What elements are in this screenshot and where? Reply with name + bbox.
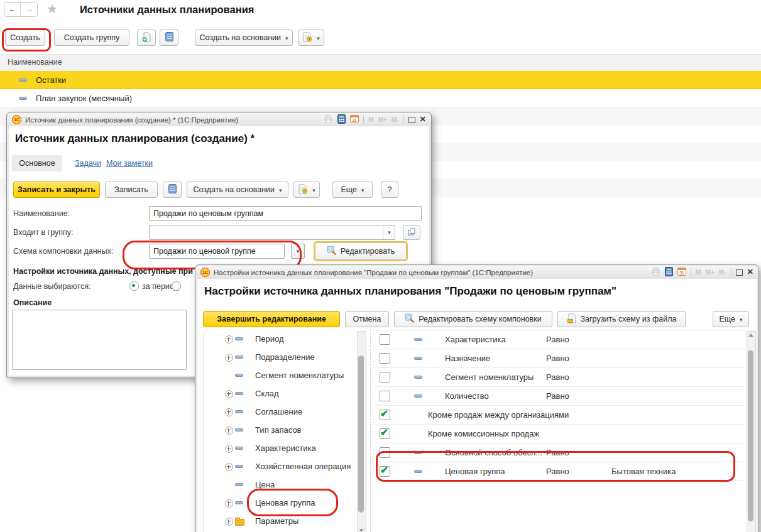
expand-icon[interactable] — [225, 426, 233, 435]
expand-icon[interactable] — [225, 445, 233, 453]
memory-m-minus-button[interactable]: M- — [391, 116, 399, 123]
expand-icon[interactable] — [225, 408, 233, 416]
tree-item[interactable]: Характеристика — [204, 439, 357, 457]
list-header-row[interactable]: Наименование — [0, 54, 761, 70]
close-icon[interactable]: ✕ — [420, 116, 426, 124]
calendar-icon[interactable]: 31 — [350, 114, 359, 125]
app-screen: ← → ★ Источники данных планирования Созд… — [0, 0, 761, 532]
open-in-window-icon — [408, 228, 415, 237]
expand-icon[interactable] — [225, 463, 233, 471]
memory-m-button[interactable]: M — [368, 116, 373, 123]
tab-main[interactable]: Основное — [12, 155, 62, 171]
report-menu-button[interactable] — [298, 30, 324, 46]
checkbox-checked[interactable] — [380, 410, 390, 420]
memory-m-plus-button[interactable]: M+ — [706, 269, 714, 276]
memory-m-button[interactable]: M — [696, 269, 701, 276]
favorite-star-icon[interactable]: ★ — [47, 1, 58, 16]
condition-row[interactable]: ХарактеристикаРавно — [375, 330, 745, 349]
condition-row[interactable]: КоличествоРавно — [375, 387, 745, 406]
calendar-icon[interactable]: 31 — [677, 267, 686, 278]
name-field[interactable] — [149, 206, 422, 221]
forward-button[interactable]: → — [21, 3, 37, 16]
page-title: Источники данных планирования — [80, 4, 254, 16]
list-row-label: План закупок (месячный) — [36, 94, 132, 103]
back-button[interactable]: ← — [4, 3, 21, 16]
radio-second-option[interactable] — [172, 281, 181, 291]
load-scheme-button[interactable]: Загрузить схему из файла — [557, 311, 686, 327]
cancel-button[interactable]: Отмена — [345, 311, 389, 327]
condition-row[interactable]: НазначениеРавно — [375, 349, 745, 368]
tree-item[interactable]: Соглашение — [204, 403, 357, 421]
condition-row[interactable]: Кроме комиссионных продаж — [375, 425, 745, 443]
expand-icon[interactable] — [225, 390, 233, 398]
dash-icon — [414, 394, 422, 398]
condition-name: Кроме комиссионных продаж — [428, 429, 539, 438]
tree-item[interactable]: Сегмент номенклатуры — [204, 366, 357, 384]
group-dropdown-arrow-icon[interactable]: ▾ — [383, 225, 395, 239]
create-based-on-button[interactable]: Создать на основании — [187, 182, 288, 198]
finish-editing-button[interactable]: Завершить редактирование — [203, 311, 340, 327]
scroll-down-icon[interactable] — [359, 529, 364, 532]
description-textarea[interactable] — [12, 310, 187, 370]
copy-item-button[interactable] — [137, 30, 156, 46]
condition-row[interactable]: Сегмент номенклатурыРавно — [375, 368, 745, 387]
conditions-scrollbar-thumb[interactable] — [748, 350, 753, 521]
calculator-icon[interactable] — [665, 267, 673, 278]
list-row-selected[interactable]: Остатки — [0, 71, 761, 89]
print-icon[interactable] — [651, 268, 660, 278]
scroll-up-icon[interactable] — [748, 334, 753, 337]
dialog2-heading: Настройки источника данных планирования … — [204, 285, 616, 298]
tree-item[interactable]: Подразделение — [204, 348, 357, 366]
radio-for-period[interactable] — [129, 281, 139, 291]
memory-m-minus-button[interactable]: M- — [719, 269, 726, 276]
dialog2-titlebar[interactable]: 1С Настройки источника данных планирован… — [196, 266, 758, 279]
expand-icon[interactable] — [225, 499, 233, 508]
more-button[interactable]: Еще — [713, 311, 749, 327]
tree-scrollbar-thumb[interactable] — [358, 356, 364, 513]
checkbox[interactable] — [380, 353, 390, 364]
expand-icon[interactable] — [225, 518, 233, 526]
maximize-icon[interactable] — [736, 269, 743, 276]
maximize-icon[interactable] — [408, 117, 415, 123]
group-open-button[interactable] — [403, 225, 420, 240]
data-selection-label: Данные выбираются: — [13, 282, 90, 291]
checkbox[interactable] — [380, 334, 390, 345]
titlebar-separator — [363, 116, 364, 124]
checkbox[interactable] — [380, 372, 390, 383]
checkbox-checked[interactable] — [380, 428, 390, 439]
conditions-vertical-scrollbar[interactable] — [747, 331, 756, 532]
save-and-close-button[interactable]: Записать и закрыть — [13, 182, 100, 198]
help-button[interactable]: ? — [381, 182, 398, 198]
edit-scheme-button[interactable]: Редактировать — [315, 242, 407, 260]
set-marker-button[interactable] — [160, 30, 178, 46]
memory-m-plus-button[interactable]: M+ — [378, 116, 387, 123]
edit-composition-scheme-button[interactable]: Редактировать схему компоновки — [394, 311, 552, 327]
condition-name: Кроме продаж между организациями — [428, 410, 569, 420]
save-button[interactable]: Записать — [105, 182, 158, 198]
expand-icon[interactable] — [225, 335, 233, 344]
folder-icon — [235, 519, 244, 526]
calculator-icon[interactable] — [337, 114, 346, 126]
create-group-button[interactable]: Создать группу — [54, 30, 129, 46]
list-row[interactable]: План закупок (месячный) — [0, 89, 761, 107]
dialog1-titlebar[interactable]: 1С Источник данных планирования (создани… — [8, 113, 430, 126]
tree-vertical-scrollbar[interactable] — [357, 331, 366, 532]
group-field[interactable] — [149, 225, 395, 240]
set-marker-button[interactable] — [163, 182, 182, 198]
create-based-on-button[interactable]: Создать на основании — [195, 30, 293, 46]
checkbox[interactable] — [380, 391, 390, 401]
condition-name: Назначение — [445, 354, 490, 363]
tab-notes[interactable]: Мои заметки — [106, 159, 153, 168]
report-menu-button[interactable] — [293, 182, 320, 198]
close-icon[interactable]: ✕ — [747, 268, 753, 276]
condition-row[interactable]: Кроме продаж между организациями — [375, 406, 745, 425]
dash-icon — [235, 501, 243, 504]
tree-item[interactable]: Склад — [204, 384, 357, 403]
tree-item[interactable]: Хозяйственная операция — [204, 457, 357, 475]
print-icon[interactable] — [324, 115, 333, 125]
tree-item[interactable]: Тип запасов — [204, 421, 357, 439]
tab-tasks[interactable]: Задачи — [75, 159, 101, 168]
tree-item[interactable]: Период — [204, 330, 357, 348]
expand-icon[interactable] — [225, 354, 233, 362]
more-button[interactable]: Еще — [332, 182, 373, 198]
